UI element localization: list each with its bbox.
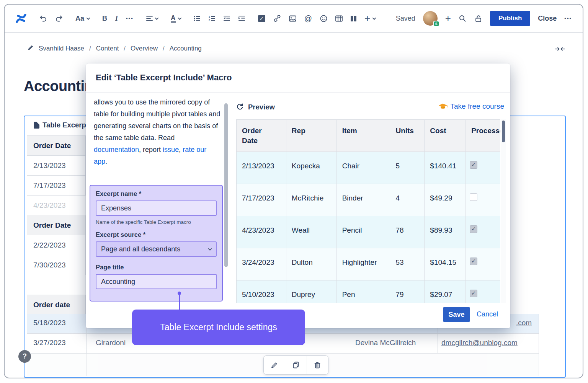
processed-cell xyxy=(466,216,500,248)
cost-cell: $29.07 xyxy=(425,280,466,303)
preview-scrollbar[interactable] xyxy=(501,119,506,303)
take-free-course-link[interactable]: Take free course xyxy=(438,102,504,111)
settings-callout: Table Excerpt Include settings xyxy=(132,310,305,345)
preview-title: Preview xyxy=(248,103,275,111)
bold-button[interactable]: B xyxy=(102,15,107,23)
dialog-scrollbar[interactable] xyxy=(224,103,228,267)
add-people-button[interactable]: + xyxy=(445,13,451,23)
table-row[interactable] xyxy=(27,275,86,295)
collapse-width-icon[interactable] xyxy=(555,46,565,54)
excerpt-name-input[interactable]: Expenses xyxy=(96,200,217,216)
processed-checkbox[interactable] xyxy=(470,225,477,233)
text-style-dropdown[interactable]: Aa xyxy=(75,15,90,23)
processed-checkbox[interactable] xyxy=(470,258,477,265)
breadcrumb-separator: / xyxy=(89,45,91,52)
more-formatting-button[interactable]: ••• xyxy=(126,16,134,21)
search-icon[interactable] xyxy=(459,15,467,23)
table-row: 3/24/2023 Dulton Highlighter 53 $104.15 xyxy=(236,248,500,280)
refresh-preview-icon[interactable] xyxy=(236,103,244,112)
column-header: Units xyxy=(390,120,425,152)
help-button[interactable]: ? xyxy=(18,350,31,363)
undo-icon[interactable] xyxy=(39,15,47,22)
breadcrumb-separator: / xyxy=(163,45,165,52)
image-icon[interactable] xyxy=(289,15,296,22)
chevron-down-icon xyxy=(155,16,158,20)
processed-cell xyxy=(466,184,500,216)
numbered-list-icon[interactable]: 12 xyxy=(209,15,216,21)
table-row[interactable]: 7/30/2023 xyxy=(27,255,86,275)
description-text: , report xyxy=(139,146,163,153)
page-title-input[interactable]: Accounting xyxy=(96,274,217,289)
column-header: Processed xyxy=(466,120,500,152)
rep-cell: Girardoni xyxy=(96,339,126,347)
text-color-dropdown[interactable]: A xyxy=(171,15,181,23)
dialog-header-divider xyxy=(86,92,510,93)
cost-cell: $104.15 xyxy=(425,248,466,280)
preview-header-row: Order Date Rep Item Units Cost Processed xyxy=(236,119,500,152)
indent-icon[interactable] xyxy=(238,15,245,21)
column-header: Rep xyxy=(286,120,337,152)
editor-toolbar: Aa B I ••• A 12 ✓ @ xyxy=(5,5,583,33)
column-header: Order Date xyxy=(237,120,286,152)
delete-trash-button[interactable] xyxy=(307,356,328,374)
table-row[interactable]: 2/22/2023 xyxy=(27,235,86,255)
description-text: , xyxy=(179,146,183,153)
documentation-link[interactable]: documentation xyxy=(94,146,139,153)
excerpt-source-select[interactable]: Page and all descendants xyxy=(96,241,217,257)
page-title-label: Page title xyxy=(96,264,217,271)
email-cell-fragment[interactable]: .com xyxy=(516,319,532,327)
processed-cell xyxy=(466,248,500,280)
table-row[interactable]: 7/17/2023 xyxy=(27,176,86,196)
emoji-icon[interactable] xyxy=(320,15,327,22)
item-cell: Pencil xyxy=(337,216,390,248)
description-text: . xyxy=(105,158,107,165)
task-checkbox-icon[interactable]: ✓ xyxy=(258,15,265,22)
link-icon[interactable] xyxy=(273,15,281,22)
avatar[interactable]: S xyxy=(423,11,438,26)
alignment-dropdown[interactable] xyxy=(146,16,158,21)
overflow-menu-button[interactable]: ••• xyxy=(564,16,572,21)
course-link-label: Take free course xyxy=(451,102,504,111)
redo-icon[interactable] xyxy=(55,15,63,22)
processed-checkbox[interactable] xyxy=(470,161,477,169)
italic-button[interactable]: I xyxy=(115,15,118,23)
rep-cell: Duprey xyxy=(286,280,337,303)
bullet-list-icon[interactable] xyxy=(194,15,201,21)
mention-icon[interactable]: @ xyxy=(304,14,312,23)
layouts-icon[interactable] xyxy=(351,16,356,21)
table-row[interactable]: 4/23/2023 xyxy=(27,196,86,215)
order-date-cell: 5/18/2023 xyxy=(33,319,66,327)
table-icon[interactable] xyxy=(335,15,343,22)
close-button[interactable]: Close xyxy=(538,15,557,23)
svg-text:2: 2 xyxy=(209,19,210,21)
copy-button[interactable] xyxy=(285,356,306,374)
units-cell: 78 xyxy=(390,216,425,248)
unlock-icon[interactable] xyxy=(474,15,482,23)
table-row[interactable]: 2/13/2023 xyxy=(27,156,86,176)
breadcrumb-item-overview[interactable]: Overview xyxy=(131,45,158,52)
svg-text:1: 1 xyxy=(209,15,210,18)
insert-dropdown[interactable]: + xyxy=(364,13,376,23)
save-button[interactable]: Save xyxy=(443,307,470,322)
cost-cell: $89.93 xyxy=(425,216,466,248)
publish-button[interactable]: Publish xyxy=(490,11,530,26)
description-text: allows you to use the mirrored copy of t… xyxy=(94,98,220,142)
column-header: Item xyxy=(337,120,390,152)
breadcrumb-item-accounting[interactable]: Accounting xyxy=(170,45,202,52)
breadcrumb-item-space[interactable]: Svanhild Haase xyxy=(39,45,84,52)
report-issue-link[interactable]: issue xyxy=(163,146,179,153)
table-row: 5/10/2023 Duprey Pen 79 $29.07 xyxy=(236,280,500,303)
email-cell[interactable]: dmcgllrch@unblog.com xyxy=(441,339,518,347)
cancel-button[interactable]: Cancel xyxy=(477,310,498,318)
date-cell: 5/10/2023 xyxy=(237,280,286,303)
status-badge: S xyxy=(433,21,439,27)
breadcrumb-item-content[interactable]: Content xyxy=(96,45,119,52)
customer-cell: Devina McGillreich xyxy=(355,339,416,347)
scrollbar-thumb[interactable] xyxy=(502,121,505,142)
processed-checkbox[interactable] xyxy=(470,193,477,201)
edit-pencil-button[interactable] xyxy=(264,356,285,374)
confluence-logo-icon[interactable] xyxy=(15,13,27,24)
background-table-column: Order Date 2/13/2023 7/17/2023 4/23/2023… xyxy=(27,135,86,315)
processed-checkbox[interactable] xyxy=(470,290,477,297)
outdent-icon[interactable] xyxy=(224,15,230,21)
